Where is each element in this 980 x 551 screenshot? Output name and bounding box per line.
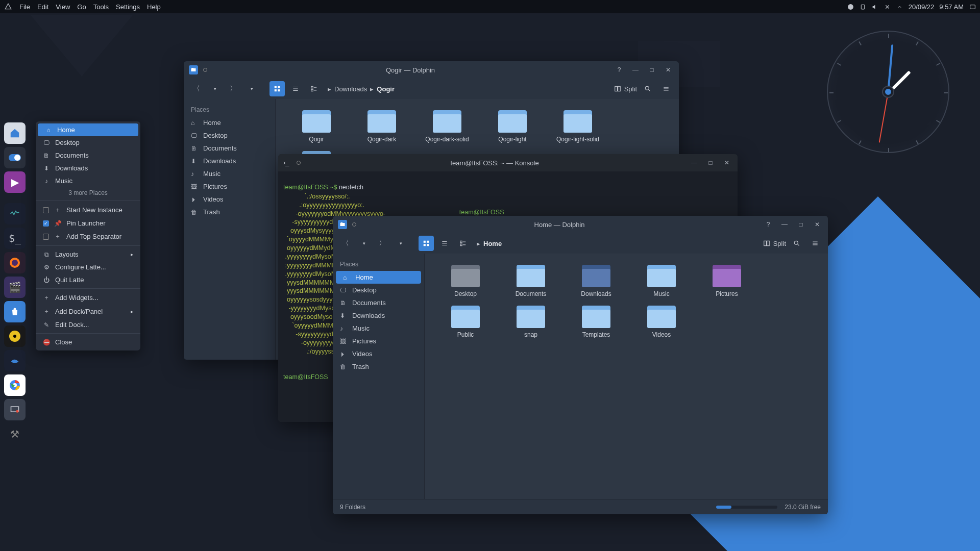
forward-history-button[interactable]: ▾ [244,81,259,96]
window-ontop-icon[interactable] [203,68,207,72]
sidebar-item-pictures[interactable]: 🖼Pictures [184,180,275,193]
sidebar-item-videos[interactable]: ⏵Videos [184,193,275,206]
folder-item[interactable]: Music [629,262,694,300]
dock-terminal-icon[interactable]: $_ [4,228,26,249]
folder-item[interactable]: Documents [498,262,564,300]
menu-file[interactable]: File [19,3,30,11]
network-icon[interactable] [884,3,891,10]
chevron-up-icon[interactable] [896,3,903,10]
forward-button[interactable]: 〉 [226,81,241,96]
sidebar-item-home[interactable]: ⌂Home [336,271,421,284]
sidebar-item-trash[interactable]: 🗑Trash [333,360,424,373]
context-item[interactable]: ＋Add Widgets... [36,291,140,305]
folder-item[interactable]: Pictures [694,262,760,300]
context-item[interactable]: ＋Start New Instance [36,203,140,217]
help-button[interactable]: ? [614,64,625,76]
dock-settings-icon[interactable] [4,147,26,168]
context-item[interactable]: ⧉Layouts▸ [36,248,140,261]
view-compact-button[interactable] [306,81,322,96]
back-history-button[interactable]: ▾ [207,81,223,96]
dock-disc-icon[interactable] [4,325,26,347]
sidebar-item-music[interactable]: ♪Music [333,322,424,335]
dock-chrome-icon[interactable] [4,374,26,396]
context-place-downloads[interactable]: ⬇Downloads [36,162,140,174]
context-item[interactable]: ⚙Configure Latte... [36,261,140,273]
maximize-button[interactable]: □ [705,157,716,168]
titlebar[interactable]: Home — Dolphin ? — □ ✕ [333,216,828,233]
minimize-button[interactable]: — [779,219,790,230]
window-ontop-icon[interactable] [352,222,356,227]
panel-time[interactable]: 9:57 AM [939,3,964,11]
context-place-desktop[interactable]: 🖵Desktop [36,136,140,149]
dock-bag-icon[interactable] [4,301,26,322]
breadcrumb[interactable]: ▸ Home [474,240,502,247]
context-place-music[interactable]: ♪Music [36,174,140,187]
view-compact-button[interactable] [455,236,471,251]
context-place-home[interactable]: ⌂Home [38,123,138,136]
folder-item[interactable]: Qogir [284,107,349,146]
view-icons-button[interactable] [270,81,285,96]
search-button[interactable] [640,81,655,96]
app-menu-icon[interactable] [4,3,12,11]
folder-item[interactable]: Videos [629,303,694,341]
panel-date[interactable]: 20/09/22 [909,3,935,11]
sidebar-item-pictures[interactable]: 🖼Pictures [333,335,424,347]
maximize-button[interactable]: □ [646,64,657,76]
view-details-button[interactable] [288,81,303,96]
sidebar-item-desktop[interactable]: 🖵Desktop [184,129,275,142]
sidebar-item-downloads[interactable]: ⬇Downloads [184,155,275,167]
back-button[interactable]: 〈 [338,236,353,251]
dock-video-icon[interactable]: 🎬 [4,277,26,298]
titlebar[interactable]: Qogir — Dolphin ? — □ ✕ [184,61,679,79]
sidebar-item-music[interactable]: ♪Music [184,167,275,180]
forward-history-button[interactable]: ▾ [393,236,408,251]
sidebar-item-documents[interactable]: 🗎Documents [333,296,424,309]
help-button[interactable]: ? [763,219,774,230]
minimize-button[interactable]: — [689,157,700,168]
folder-item[interactable]: Qogir-dark-solid [414,107,480,146]
back-button[interactable]: 〈 [189,81,204,96]
menu-tools[interactable]: Tools [93,3,109,11]
maximize-button[interactable]: □ [795,219,806,230]
folder-item[interactable]: Downloads [564,262,629,300]
breadcrumb-current[interactable]: Home [483,240,502,247]
window-ontop-icon[interactable] [297,161,301,165]
updates-icon[interactable] [847,3,854,10]
search-button[interactable] [789,236,804,251]
breadcrumb-downloads[interactable]: Downloads [334,85,367,93]
context-place-documents[interactable]: 🗎Documents [36,149,140,162]
sidebar-item-documents[interactable]: 🗎Documents [184,142,275,155]
context-close[interactable]: ⛔ Close [36,336,140,348]
forward-button[interactable]: 〉 [375,236,390,251]
menu-settings[interactable]: Settings [116,3,140,11]
folder-grid[interactable]: DesktopDocumentsDownloadsMusicPicturesPu… [425,254,828,499]
view-icons-button[interactable] [419,236,434,251]
close-button[interactable]: ✕ [812,219,823,230]
folder-item[interactable]: Qogir-light [480,107,545,146]
titlebar[interactable]: ›_ team@ItsFOSS: ~ — Konsole — □ ✕ [278,154,738,171]
folder-item[interactable]: Desktop [433,262,498,300]
menu-help[interactable]: Help [147,3,161,11]
desktop-pager-icon[interactable] [969,3,976,10]
dock-screenshot-icon[interactable] [4,399,26,420]
hamburger-menu-button[interactable] [658,81,674,96]
context-item[interactable]: ⏻Quit Latte [36,273,140,286]
menu-view[interactable]: View [56,3,70,11]
folder-item[interactable]: Qogir-light-solid [545,107,610,146]
split-button[interactable]: Split [763,240,786,247]
dock-monitor-icon[interactable] [4,203,26,224]
split-button[interactable]: Split [614,85,637,93]
folder-item[interactable]: Public [433,303,498,341]
back-history-button[interactable]: ▾ [356,236,372,251]
dock-dolphin-icon[interactable] [4,350,26,371]
hamburger-menu-button[interactable] [807,236,823,251]
close-button[interactable]: ✕ [663,64,674,76]
menu-edit[interactable]: Edit [37,3,48,11]
sidebar-item-trash[interactable]: 🗑Trash [184,206,275,218]
context-item[interactable]: ＋Add Top Separator [36,230,140,243]
menu-go[interactable]: Go [77,3,86,11]
context-item[interactable]: ✓📌Pin Launcher [36,217,140,230]
folder-item[interactable]: snap [498,303,564,341]
minimize-button[interactable]: — [630,64,641,76]
volume-icon[interactable] [872,3,879,10]
